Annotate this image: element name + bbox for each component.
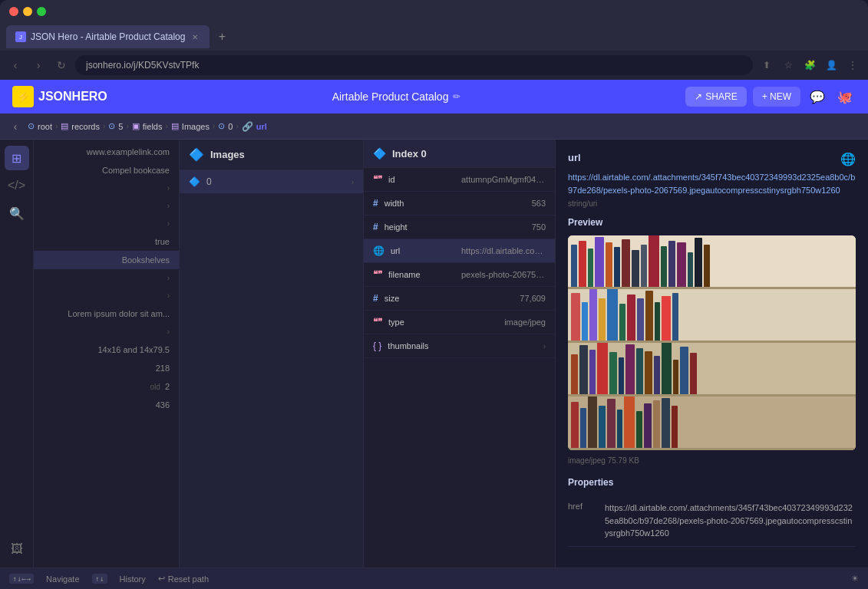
- history-keys: ↑↓: [92, 574, 107, 584]
- url-type-icon: 🌐: [373, 245, 384, 256]
- reset-path-item[interactable]: ↩ Reset path: [158, 574, 209, 584]
- book: [607, 289, 618, 341]
- extensions-button[interactable]: 🧩: [800, 56, 819, 74]
- index-row-thumbnails[interactable]: { } thumbnails ›: [364, 334, 555, 358]
- val-item-11[interactable]: ›: [34, 323, 179, 341]
- breadcrumb-sep-1: ›: [55, 122, 58, 130]
- index-row-filename[interactable]: ❝❞ filename pexels-photo-2067569.jpeg?..…: [364, 263, 555, 287]
- breadcrumb-back[interactable]: ‹: [6, 117, 25, 136]
- index-row-width[interactable]: # width 563: [364, 192, 555, 216]
- val-item-2[interactable]: Compel bookcase: [34, 161, 179, 179]
- val-item-bookshelves[interactable]: Bookshelves: [34, 251, 179, 269]
- book: [636, 348, 643, 394]
- val-item-436[interactable]: 436: [34, 396, 179, 414]
- records-icon: ▤: [61, 121, 68, 131]
- index-row-id[interactable]: ❝❞ id attumnpGmMgmf04Uz: [364, 168, 555, 192]
- profile-button[interactable]: 👤: [822, 56, 840, 74]
- chevron-icon: ›: [167, 219, 170, 228]
- images-icon: ▤: [171, 121, 179, 131]
- address-bar: ‹ › ↻ ⬆ ☆ 🧩 👤 ⋮: [0, 51, 868, 80]
- breadcrumb-item-fields[interactable]: ▣ fields: [132, 121, 163, 131]
- sidebar-icon-tree[interactable]: ⊞: [5, 146, 29, 170]
- val-item-6[interactable]: true: [34, 232, 179, 251]
- breadcrumb-sep-3: ›: [126, 122, 128, 130]
- index-row-height[interactable]: # height 750: [364, 216, 555, 239]
- images-panel-item-0[interactable]: 🔷 0 ›: [180, 170, 363, 193]
- breadcrumb-item-images[interactable]: ▤ Images: [171, 121, 210, 131]
- address-input[interactable]: [75, 55, 753, 75]
- menu-button[interactable]: ⋮: [843, 56, 862, 74]
- images-item-chevron: ›: [351, 178, 354, 186]
- val-item-1[interactable]: www.examplelink.com: [34, 143, 179, 161]
- history-item[interactable]: History: [120, 574, 146, 584]
- chevron-icon: ›: [167, 184, 170, 192]
- book: [672, 406, 678, 448]
- book: [579, 345, 588, 394]
- share-page-button[interactable]: ⬆: [757, 56, 776, 74]
- back-button[interactable]: ‹: [6, 56, 25, 74]
- traffic-light-close[interactable]: [9, 7, 18, 16]
- val-item-old[interactable]: old 2: [34, 377, 179, 396]
- new-button[interactable]: + NEW: [753, 87, 800, 107]
- num-type-icon: #: [373, 293, 378, 304]
- sidebar-icons: ⊞ </> 🔍 🖼: [0, 140, 34, 568]
- book: [599, 298, 606, 341]
- theme-icon: ☀: [851, 574, 859, 584]
- discord-button[interactable]: 💬: [807, 86, 828, 107]
- tab-close-button[interactable]: ✕: [190, 31, 200, 42]
- index-row-url-left: 🌐 url: [373, 245, 400, 256]
- traffic-light-maximize[interactable]: [37, 7, 46, 16]
- preview-image-container: [568, 235, 856, 450]
- index-row-size[interactable]: # size 77,609: [364, 287, 555, 311]
- sidebar-icon-search[interactable]: 🔍: [5, 201, 29, 225]
- book: [688, 252, 693, 287]
- breadcrumb-item-root[interactable]: ⊙ root: [28, 121, 52, 131]
- shelf-row-3: [568, 343, 856, 397]
- val-item-9[interactable]: ›: [34, 287, 179, 304]
- num-type-icon: #: [373, 198, 378, 209]
- val-item-5[interactable]: ›: [34, 215, 179, 232]
- chevron-icon: ›: [167, 274, 170, 282]
- index-row-url[interactable]: 🌐 url https://dl.airtable.com/.attach...: [364, 239, 555, 263]
- val-item-4[interactable]: ›: [34, 197, 179, 215]
- edit-icon[interactable]: ✏: [453, 91, 460, 102]
- num5-icon: ⊙: [108, 121, 115, 131]
- index-row-type[interactable]: ❝❞ type image/jpeg: [364, 311, 555, 334]
- share-button[interactable]: ↗ SHARE: [685, 87, 746, 107]
- breadcrumb-sep-2: ›: [103, 122, 105, 130]
- book: [645, 291, 653, 341]
- images-panel-icon: 🔷: [189, 147, 204, 162]
- book: [588, 397, 597, 448]
- header-actions: ↗ SHARE + NEW 💬 🐙: [685, 86, 856, 107]
- index-row-filename-left: ❝❞ filename: [373, 269, 421, 280]
- bottom-bar: ↑↓←→ Navigate ↑↓ History ↩ Reset path ☀: [0, 568, 868, 589]
- book: [672, 293, 678, 341]
- breadcrumb-item-5[interactable]: ⊙ 5: [108, 121, 123, 131]
- val-item-3[interactable]: ›: [34, 179, 179, 197]
- val-item-8[interactable]: ›: [34, 269, 179, 287]
- val-item-dimensions[interactable]: 14x16 and 14x79.5: [34, 341, 179, 359]
- github-button[interactable]: 🐙: [834, 86, 856, 107]
- book: [597, 343, 608, 394]
- index-row-height-left: # height: [373, 222, 408, 232]
- chevron-icon: ›: [167, 202, 170, 210]
- val-item-218[interactable]: 218: [34, 359, 179, 377]
- val-item-lorem[interactable]: Lorem ipsum dolor sit am...: [34, 304, 179, 323]
- reload-button[interactable]: ↻: [52, 56, 71, 74]
- browser-tab[interactable]: J JSON Hero - Airtable Product Catalog ✕: [6, 25, 210, 48]
- sidebar-icon-code[interactable]: </>: [5, 173, 29, 198]
- bookmark-button[interactable]: ☆: [779, 56, 797, 74]
- num0-icon: ⊙: [218, 121, 225, 131]
- breadcrumb-item-url[interactable]: 🔗 url: [242, 121, 267, 132]
- book: [690, 353, 697, 394]
- traffic-light-minimize[interactable]: [23, 7, 32, 16]
- images-panel: 🔷 Images 🔷 0 ›: [180, 140, 364, 568]
- preview-section-title: Preview: [568, 217, 856, 228]
- navigate-item[interactable]: Navigate: [46, 574, 79, 584]
- breadcrumb-item-records[interactable]: ▤ records: [61, 121, 100, 131]
- theme-toggle[interactable]: ☀: [851, 574, 859, 584]
- breadcrumb-item-0[interactable]: ⊙ 0: [218, 121, 233, 131]
- forward-button[interactable]: ›: [29, 56, 48, 74]
- new-tab-button[interactable]: +: [213, 28, 231, 46]
- sidebar-icon-image[interactable]: 🖼: [5, 537, 29, 561]
